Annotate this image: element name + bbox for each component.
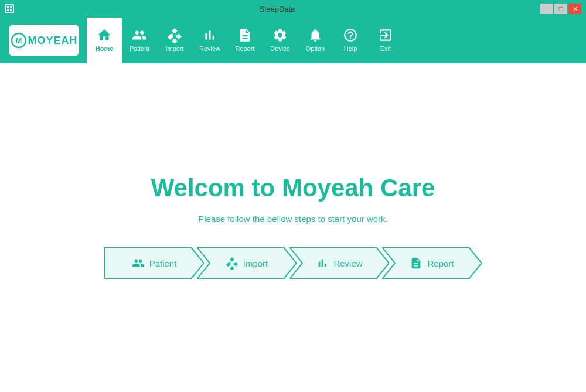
home-icon <box>97 28 112 43</box>
step-report-wrapper: Report <box>382 247 482 281</box>
step-review-label: Review <box>333 258 362 268</box>
step-import-icon <box>226 257 239 270</box>
logo-icon: M <box>11 32 27 49</box>
device-icon <box>272 28 288 43</box>
step-patient-wrapper: Patient <box>104 247 204 281</box>
svg-rect-2 <box>10 6 12 8</box>
window-controls: − □ ✕ <box>540 4 581 14</box>
nav-import[interactable]: Import <box>157 18 192 63</box>
step-import-btn[interactable]: Import <box>197 247 297 279</box>
report-icon <box>237 28 253 43</box>
maximize-button[interactable]: □ <box>554 4 567 14</box>
patient-icon <box>132 28 147 43</box>
svg-rect-0 <box>6 5 13 12</box>
step-report-icon <box>410 257 423 270</box>
step-review-icon <box>316 257 329 270</box>
step-report-label: Report <box>427 258 454 268</box>
report-label: Report <box>235 45 254 52</box>
device-label: Device <box>270 45 290 52</box>
nav-items: Home Patient Import Review <box>87 18 403 63</box>
option-icon <box>308 28 323 43</box>
step-patient-label: Patient <box>149 258 177 268</box>
main-content: Welcom to Moyeah Care Please follow the … <box>0 63 586 392</box>
step-import-label: Import <box>243 258 268 268</box>
step-patient-btn[interactable]: Patient <box>104 247 204 279</box>
nav-report[interactable]: Report <box>227 18 263 63</box>
import-icon <box>167 28 182 43</box>
logo-inner: M MOYEAH <box>9 25 79 56</box>
nav-home[interactable]: Home <box>87 18 122 63</box>
svg-rect-1 <box>7 6 9 8</box>
nav-option[interactable]: Option <box>298 18 333 63</box>
minimize-button[interactable]: − <box>540 4 553 14</box>
exit-icon <box>378 28 393 43</box>
review-label: Review <box>199 45 220 52</box>
import-label: Import <box>165 45 183 52</box>
nav-help[interactable]: Help <box>333 18 368 63</box>
step-patient-icon <box>132 257 145 270</box>
steps-row: Patient Import Revie <box>104 247 482 281</box>
help-icon <box>343 28 358 43</box>
review-icon <box>202 28 217 43</box>
home-label: Home <box>96 45 114 52</box>
help-label: Help <box>344 45 357 52</box>
toolbar: M MOYEAH Home Patient Import <box>0 18 586 63</box>
title-bar: SleepData − □ ✕ <box>0 0 586 18</box>
exit-label: Exit <box>380 45 391 52</box>
title-bar-left <box>5 4 14 13</box>
nav-patient[interactable]: Patient <box>122 18 157 63</box>
step-review-wrapper: Review <box>289 247 389 281</box>
nav-exit[interactable]: Exit <box>368 18 403 63</box>
welcome-subtitle: Please follow the bellow steps to start … <box>198 214 387 224</box>
logo-text: MOYEAH <box>28 35 78 47</box>
svg-text:M: M <box>15 36 22 45</box>
nav-device[interactable]: Device <box>263 18 298 63</box>
step-report-btn[interactable]: Report <box>382 247 482 279</box>
logo: M MOYEAH <box>6 23 82 58</box>
nav-review[interactable]: Review <box>192 18 227 63</box>
close-button[interactable]: ✕ <box>568 4 581 14</box>
welcome-title: Welcom to Moyeah Care <box>151 174 435 202</box>
svg-rect-3 <box>7 9 9 11</box>
step-review-btn[interactable]: Review <box>289 247 389 279</box>
app-icon <box>5 4 14 13</box>
svg-rect-4 <box>10 9 12 11</box>
option-label: Option <box>306 45 325 52</box>
patient-label: Patient <box>130 45 149 52</box>
app-title: SleepData <box>14 5 540 13</box>
step-import-wrapper: Import <box>197 247 297 281</box>
